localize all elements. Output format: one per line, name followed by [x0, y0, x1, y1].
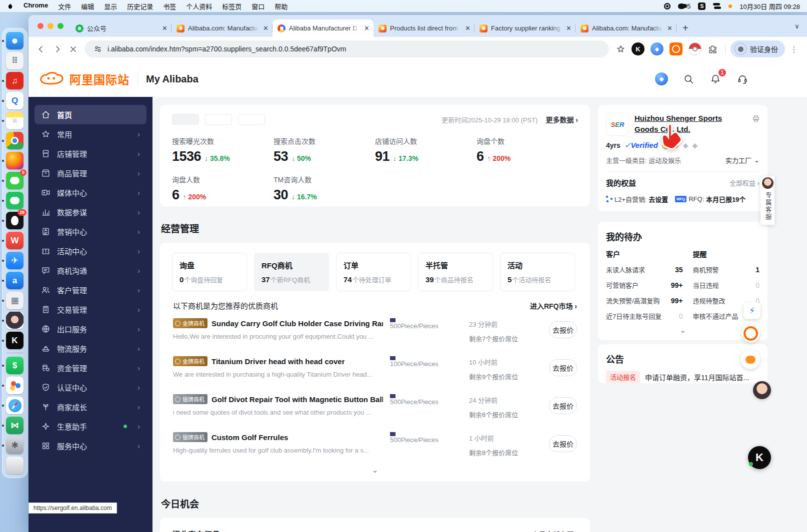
stats-tab[interactable] — [172, 114, 199, 125]
dock-item-alibaba-supplier[interactable]: a — [6, 272, 24, 289]
quote-button[interactable]: 去报价 — [549, 359, 577, 376]
sidebar-item-chart[interactable]: 数据参谋 › — [34, 202, 146, 222]
menubar-item[interactable]: 历史记录 — [127, 1, 153, 11]
sidebar-item-plant[interactable]: 商家成长 › — [34, 397, 146, 417]
stats-tab[interactable] — [205, 114, 232, 125]
all-rights-link[interactable]: 全部权益 › — [730, 178, 760, 187]
browser-tab[interactable]: Products list direct from ✕ — [374, 19, 474, 37]
sidebar-item-star[interactable]: 常用 › — [34, 124, 146, 144]
menubar-item[interactable]: 文件 — [58, 1, 71, 11]
rfq-title[interactable]: Custom Golf Ferrules — [212, 433, 288, 442]
sidebar-item-ship[interactable]: 物流服务 › — [34, 339, 146, 358]
quote-button[interactable]: 去报价 — [549, 397, 577, 414]
zoom-window-button[interactable] — [58, 23, 64, 29]
sidebar-item-shield[interactable]: 认证中心 › — [34, 378, 146, 397]
tab-search-button[interactable]: ∨ — [790, 19, 804, 33]
todo-row[interactable]: 近7日待主账号回复 0 — [606, 308, 683, 324]
sidebar-item-shop[interactable]: 店铺管理 › — [34, 144, 146, 163]
dock-item-notes[interactable]: ≡ — [6, 112, 24, 129]
browser-menu-button[interactable]: ⋮ — [786, 44, 802, 54]
dock-item-firefox[interactable] — [6, 152, 24, 169]
address-bar[interactable]: i.alibaba.com/index.htm?spm=a2700.suppli… — [84, 40, 609, 57]
dock-item-avatar-app[interactable] — [6, 312, 24, 329]
menubar-clock[interactable]: 10月30日 周四 09:28 — [740, 1, 800, 11]
s-app-menubar-icon[interactable]: S — [698, 2, 706, 10]
dock-item-wps[interactable]: W — [6, 232, 24, 249]
browser-tab[interactable]: Alibaba.com: Manufactu ✕ — [172, 19, 272, 37]
quote-button[interactable]: 去报价 — [549, 435, 577, 452]
todo-row[interactable]: 未读人脉请求 35 — [606, 262, 683, 277]
bookmark-star-icon[interactable] — [613, 41, 628, 56]
tab-close-icon[interactable]: ✕ — [263, 24, 268, 32]
dock-item-qq-browser[interactable]: Q — [6, 92, 24, 109]
dock-item-k-app[interactable]: K — [6, 332, 24, 349]
rfq-title[interactable]: Titanium Driver head with head cover — [212, 357, 344, 366]
extensions-puzzle-icon[interactable] — [705, 41, 720, 56]
url-text[interactable]: i.alibaba.com/index.htm?spm=a2700.suppli… — [108, 45, 346, 53]
tab-close-icon[interactable]: ✕ — [566, 24, 572, 32]
extension-diamond-icon[interactable]: ◆ — [650, 42, 664, 55]
sidebar-item-chat[interactable]: 商机沟通 › — [34, 261, 146, 280]
extension-k-icon[interactable]: K — [632, 42, 644, 55]
site-info-icon[interactable] — [92, 41, 102, 56]
menubar-item[interactable]: 窗口 — [252, 1, 264, 11]
browser-tab[interactable]: 公众号 ✕ — [70, 19, 172, 37]
control-center-icon[interactable] — [713, 3, 721, 9]
tab-close-icon[interactable]: ✕ — [465, 24, 470, 32]
expand-chevron-icon[interactable]: ⌄ — [172, 464, 578, 478]
browser-tab[interactable]: Factory supplier ranking ✕ — [474, 19, 576, 37]
menubar-item[interactable]: 编辑 — [81, 1, 94, 11]
tab-close-icon[interactable]: ✕ — [162, 24, 168, 32]
menubar-item[interactable]: 帮助 — [274, 1, 288, 11]
float-chat-button[interactable] — [740, 350, 760, 369]
sidebar-item-globe[interactable]: 出口服务 › — [34, 319, 146, 339]
factory-dropdown[interactable]: 实力工厂⌄ — [726, 155, 760, 165]
float-feedback-button[interactable]: ⚡ — [744, 302, 760, 319]
expand-chevron-icon[interactable]: ⌄ — [606, 324, 760, 338]
sidebar-item-coins[interactable]: 资金管理 › — [34, 358, 146, 378]
dedicated-support-tab[interactable]: 专属客服 — [760, 176, 774, 225]
menubar-item[interactable]: 个人资料 — [186, 1, 212, 11]
menubar-item[interactable]: Chrome — [24, 1, 48, 11]
stop-loading-button[interactable] — [66, 41, 80, 56]
screen-record-icon[interactable] — [664, 3, 670, 9]
dock-item-chrome[interactable] — [6, 132, 24, 149]
todo-row[interactable]: 当日违规 0 — [693, 277, 760, 293]
float-k-button[interactable]: K — [748, 446, 771, 469]
extension-pokeball-icon[interactable] — [688, 42, 702, 55]
dock-item-netease-music[interactable]: ♫ — [6, 72, 24, 89]
sidebar-item-ticket[interactable]: 活动中心 › — [34, 241, 146, 261]
dock-item-okx-app[interactable] — [6, 377, 24, 394]
dock-item-finder[interactable]: ☻ — [6, 32, 24, 49]
back-button[interactable] — [34, 41, 48, 56]
promo-icon[interactable]: ◆ — [655, 72, 668, 85]
dock-item-xmind[interactable]: ⋈ — [6, 417, 24, 434]
todo-row[interactable]: 流失预警/高潜复购 99+ — [606, 293, 683, 308]
notice-item[interactable]: 活动报名 申请订单融资，享11月国际站首... — [606, 371, 760, 383]
menubar-item[interactable]: 书签 — [163, 1, 176, 11]
tab-close-icon[interactable]: ✕ — [364, 24, 370, 32]
rfq-market-link[interactable]: 进入RFQ市场 › — [530, 301, 577, 311]
float-orange-ring-button[interactable] — [742, 324, 760, 343]
minimize-window-button[interactable] — [48, 23, 54, 29]
close-window-button[interactable] — [38, 23, 44, 29]
tab-close-icon[interactable]: ✕ — [667, 24, 672, 32]
browser-tab[interactable]: Alibaba Manufacturer D ✕ — [272, 19, 374, 37]
menubar-item[interactable]: 显示 — [104, 1, 117, 11]
dock-item-wecom[interactable] — [6, 192, 24, 209]
rfq-title[interactable]: Golf Divot Repair Tool with Magnetic But… — [212, 395, 383, 404]
menubar-item[interactable]: 标签页 — [222, 1, 242, 11]
sidebar-item-video[interactable]: 媒体中心 › — [34, 183, 146, 202]
dock-item-launchpad[interactable]: ⠿ — [6, 52, 24, 69]
dock-item-dollar-app[interactable]: $ — [6, 357, 24, 374]
new-tab-button[interactable]: + — [676, 22, 694, 37]
dock-item-trash[interactable] — [6, 457, 24, 474]
more-data-link[interactable]: 更多数据 › — [546, 114, 578, 124]
profile-verify-button[interactable]: 验证身份 — [730, 40, 785, 57]
stats-tab[interactable] — [238, 114, 265, 125]
business-mini-card[interactable]: 半托管 39个商品待报名 — [418, 253, 493, 291]
sidebar-item-box[interactable]: 商品管理 › — [34, 163, 146, 183]
browser-tab[interactable]: Alibaba.com: Manufactu ✕ — [576, 19, 676, 37]
dock-item-settings[interactable]: ✱ — [6, 437, 24, 454]
apple-logo-icon[interactable] — [7, 2, 14, 10]
